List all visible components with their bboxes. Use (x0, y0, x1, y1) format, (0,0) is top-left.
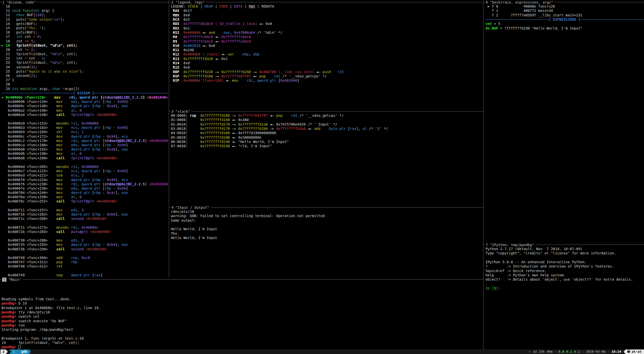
terminal-line: help -> Python's own help system. (486, 273, 643, 277)
chevron-left-icon: ‹ (553, 349, 558, 354)
terminal-line: 0x400735 <func+293> mov dword ptr [rbp -… (2, 243, 168, 247)
terminal-line: R8 0x7ffff7fcb4c0 ◄— 0x7ffff7fcb4c0 (171, 35, 483, 39)
terminal-line: 0x400721 <func+273> movabs rdi, 0x40083c (2, 225, 168, 230)
border-line (191, 111, 483, 111)
terminal-line: RAX 0x17 (171, 9, 483, 13)
terminal-line: pwndbg> run (2, 323, 482, 328)
terminal-line: RDI 0x1 (171, 26, 483, 31)
terminal-cursor[interactable] (18, 345, 20, 349)
border-line (484, 245, 485, 245)
pane-name: "disasm, code" (4, 0, 37, 4)
pane-number: 2 (171, 0, 173, 4)
terminal-line: RBX 0x0 (171, 13, 483, 17)
terminal-line (2, 234, 168, 238)
terminal-line (2, 332, 482, 336)
border-line (0, 2, 2, 2)
terminal-line: pwndbg> cwatch cnt (2, 314, 482, 319)
terminal-line: f 1 400772 main+34 (486, 9, 643, 13)
pane-number: 4 (171, 205, 173, 210)
terminal-line: 17 int cnt = 0; (2, 35, 168, 39)
terminal-line (486, 256, 643, 260)
terminal-line: 0x4006fe <func+238> mov edx, dword ptr [… (2, 186, 168, 191)
terminal-line: pwndbg> tty /dev/pts/10 (2, 310, 482, 314)
terminal-line: 19 fprintf(stdout, "%d\n", cnt); (2, 341, 482, 345)
backtrace-expressions-pane-content[interactable]: ► f 0 40068e func+126 f 1 400772 main+34… (486, 4, 643, 241)
terminal-line: In [1]: (486, 286, 643, 290)
terminal-line: LEGEND: STACK | HEAP | CODE | DATA | RWX… (171, 4, 483, 9)
terminal-line (2, 251, 168, 256)
terminal-line: 0x4006d8 <func+200> call fprintf@plt <0x… (2, 156, 168, 160)
border-line (535, 245, 644, 245)
terminal-line: Type "copyright", "credits" or "license"… (486, 251, 643, 255)
terminal-line: 0x400747 <func+311> pop rbp (2, 260, 168, 264)
terminal-line: 24 second(3); (2, 65, 168, 69)
terminal-line: 14 gets(BUF); (2, 22, 168, 26)
terminal-line: Hello World, I'm Input (171, 236, 483, 240)
terminal-line: 10 (2, 4, 168, 9)
terminal-line: 11 void func(int arg) { (2, 9, 168, 13)
terminal-line: 0x40070a <func+250> mov al, 0 (2, 195, 168, 199)
terminal-line: 0x4006e7 <func+215> mov ecx, dword ptr [… (2, 169, 168, 173)
terminal-line: 0x4006d6 <func+198> mov al, 0 (2, 152, 168, 156)
terminal-line: Thx. (171, 231, 483, 236)
terminal-line: 0x4006bc <func+172> mov dword ptr [rbp -… (2, 134, 168, 139)
date: 2020-03-06 (586, 349, 605, 354)
terminal-line: 0x40073b <func+299> call second <0x4005a… (2, 247, 168, 251)
terminal-line: 05:0028│ 0x7fffffffd188 ◄— 0x50000000e (171, 135, 483, 140)
pane-number-active: 5 (2, 278, 6, 282)
border-line (554, 2, 644, 2)
terminal-line: object? -> Details about 'object', use '… (486, 277, 643, 282)
terminal-line: 0x4006f6 <func+230> mov rdi, qword ptr [… (2, 182, 168, 186)
pane-number: 1 (2, 0, 4, 4)
terminal-line (486, 282, 643, 286)
terminal-line: RSP 0x7fffffffd160 —▸ 0x7ffff7b97787 ◄— … (171, 74, 483, 78)
terminal-line: 0x4006ed <func+221> sub ecx, 1 (2, 173, 168, 178)
pane-name: "stack" (173, 109, 191, 113)
border-line (484, 2, 485, 2)
gdb-main-pane-content[interactable]: Reading symbols from test...done.pwndbg>… (2, 297, 482, 349)
lock-icon (627, 351, 630, 353)
active-window-tab[interactable]: 1 › gdb (9, 349, 31, 354)
terminal-line: IPython 5.8.0 -- An enhanced Interactive… (486, 260, 643, 264)
terminal-line: Hello World, I'm Input (171, 227, 483, 231)
terminal-line: 0x4006c2 <func+178> mov rdi, qword ptr [… (2, 139, 168, 143)
input-output-pane-content[interactable]: /dev/pts/10warning: GDB: Failed to set c… (171, 210, 483, 277)
terminal-line: 29 int main(int argc, char *argv[]) (2, 87, 168, 91)
border-line (37, 2, 169, 2)
pane-divider-vertical-right[interactable] (483, 0, 484, 349)
terminal-line: R12 0x4004b0 (_start) ◄— xor ebp, ebp (171, 52, 483, 56)
terminal-line: 0x4006a9 <func+153> movabs rsi, 0x40080d (2, 121, 168, 126)
terminal-line: 15 puts("Thx. "); (2, 26, 168, 30)
pane-number: 7 (485, 243, 488, 247)
terminal-line: f 2 7ffff7a05b97 __libc_start_main+231 (486, 13, 643, 17)
window-name: gdb (21, 349, 27, 354)
terminal-line: 0x40071c <func+268> call second <0x4005a… (2, 217, 168, 221)
terminal-line: 0x400711 <func+257> mov edi, 3 (2, 208, 168, 212)
chevron-left-icon: ‹ (606, 349, 611, 354)
border-line (0, 279, 2, 280)
status-left: 2 1 › gdb (0, 349, 31, 354)
disasm-code-pane-content[interactable]: 10 11 void func(int arg) { 12 char BUF[1… (2, 4, 168, 277)
terminal-line (2, 221, 168, 225)
terminal-line: 0x40069c <func+140> mov dword ptr [rbp -… (2, 104, 168, 108)
pane-divider-vertical-left[interactable] (169, 0, 169, 277)
chevron-left-icon: ‹ (580, 349, 586, 354)
terminal-line: 26 second(2); (2, 74, 168, 78)
window-index-segment[interactable]: 2 (1, 349, 8, 354)
legend-regs-pane-content[interactable]: LEGEND: STACK | HEAP | CODE | DATA | RWX… (171, 4, 483, 109)
terminal-line: ► 19 fprintf(stdout, "%d\n", cnt); (2, 43, 168, 48)
terminal-line: warning: GDB: Failed to set controlling … (171, 214, 483, 218)
border-line (206, 2, 483, 2)
terminal-line: 22 cnt = cnt - 1; (2, 56, 168, 61)
ipython-pane-content[interactable]: Python 2.7.17 (default, Nov 7 2019, 10:0… (486, 247, 643, 349)
terminal-line: 07:0038│ 0x7fffffffd198 ◄— "rld, I'm Inp… (171, 144, 483, 148)
terminal-line: 0x4006f0 <func+224> mov dword ptr [rbp -… (2, 178, 168, 182)
border-line (22, 279, 483, 280)
stack-pane-content[interactable]: 00:0000│ rsp 0x7fffffffd160 —▸ 0x7ffff7b… (171, 113, 483, 204)
terminal-line (171, 223, 483, 227)
pane-title-backtrace: 6"backtrace, expressions, args" (484, 0, 644, 4)
terminal-line (2, 160, 168, 165)
terminal-line: 28 (2, 82, 168, 86)
border-line (169, 2, 171, 2)
uptime-arrow-icon: ↑ (529, 349, 533, 354)
